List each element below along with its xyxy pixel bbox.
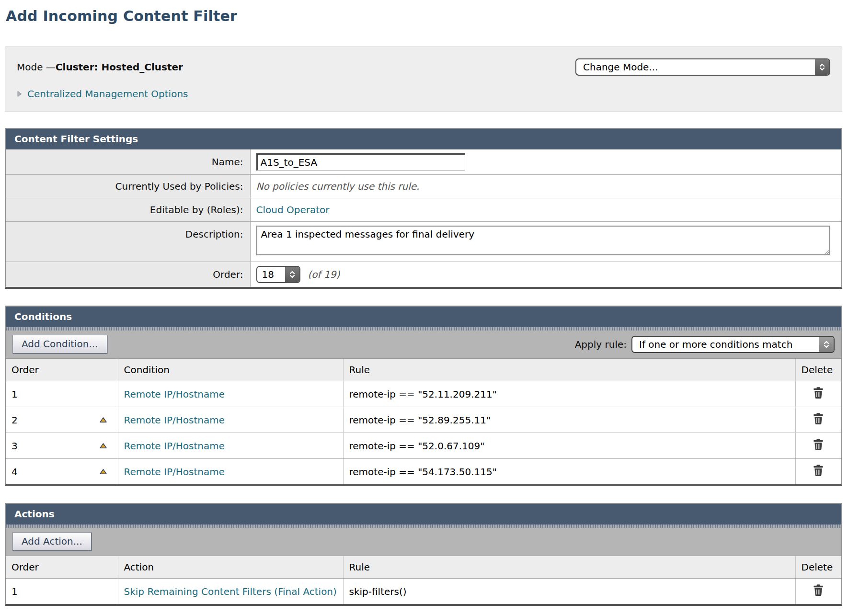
- conditions-toolbar: Add Condition... Apply rule: If one or m…: [6, 331, 841, 359]
- col-header-order: Order: [6, 556, 118, 579]
- mode-text: Mode —Cluster: Hosted_Cluster: [17, 61, 183, 73]
- table-row: Description: Area 1 inspected messages f…: [6, 222, 841, 262]
- name-label: Name:: [6, 149, 250, 175]
- table-row: 1 Skip Remaining Content Filters (Final …: [6, 579, 841, 605]
- change-mode-select[interactable]: Change Mode...: [575, 58, 830, 76]
- name-input[interactable]: [256, 153, 465, 171]
- col-header-condition: Condition: [118, 359, 343, 381]
- col-header-rule: Rule: [343, 359, 795, 381]
- condition-order: 4: [11, 466, 18, 478]
- trash-icon[interactable]: [813, 438, 824, 451]
- condition-link[interactable]: Remote IP/Hostname: [124, 414, 225, 426]
- table-row: 1 Remote IP/Hostname remote-ip == "52.11…: [6, 381, 841, 407]
- up-down-chevrons-icon: [285, 267, 299, 282]
- trash-icon[interactable]: [813, 584, 824, 596]
- change-mode-select-value: Change Mode...: [576, 59, 815, 75]
- conditions-table: Order Condition Rule Delete 1 Remote IP/…: [6, 359, 841, 484]
- table-row: Currently Used by Policies: No policies …: [6, 175, 841, 198]
- header-texture-band: [6, 327, 841, 331]
- editable-roles-link[interactable]: Cloud Operator: [256, 204, 330, 216]
- col-header-order: Order: [6, 359, 118, 381]
- settings-panel-header: Content Filter Settings: [6, 129, 841, 149]
- order-select[interactable]: 18: [256, 266, 300, 283]
- trash-icon[interactable]: [813, 464, 824, 477]
- conditions-panel-header: Conditions: [6, 307, 841, 327]
- description-textarea[interactable]: Area 1 inspected messages for final deli…: [256, 226, 830, 255]
- table-row: 4 Remote IP/Hostname remote-ip == "54.17…: [6, 459, 841, 485]
- condition-order: 3: [11, 440, 18, 452]
- order-select-value: 18: [257, 267, 285, 282]
- content-filter-settings-panel: Content Filter Settings Name: Currently …: [5, 128, 842, 289]
- condition-link[interactable]: Remote IP/Hostname: [124, 388, 225, 400]
- header-texture-band: [6, 525, 841, 528]
- condition-order: 2: [11, 414, 18, 426]
- up-arrow-icon[interactable]: [99, 417, 107, 423]
- actions-panel-header: Actions: [6, 504, 841, 525]
- action-order: 1: [11, 586, 18, 597]
- col-header-rule: Rule: [343, 556, 795, 579]
- table-row: Order: 18 (of 19): [6, 262, 841, 287]
- order-label: Order:: [6, 262, 250, 287]
- actions-table: Order Action Rule Delete 1 Skip Remainin…: [6, 556, 841, 604]
- mode-value: Cluster: Hosted_Cluster: [56, 61, 183, 73]
- actions-panel: Actions Add Action... Order Action Rule …: [5, 503, 842, 606]
- trash-icon[interactable]: [813, 387, 824, 399]
- condition-rule: remote-ip == "52.89.255.11": [349, 414, 491, 426]
- mode-label: Mode —: [17, 61, 56, 73]
- page: Add Incoming Content Filter Mode —Cluste…: [0, 0, 848, 616]
- table-row: Editable by (Roles): Cloud Operator: [6, 198, 841, 222]
- col-header-delete: Delete: [795, 359, 841, 381]
- table-header-row: Order Action Rule Delete: [6, 556, 841, 579]
- apply-rule-select-value: If one or more conditions match: [632, 337, 819, 352]
- table-row: 2 Remote IP/Hostname remote-ip == "52.89…: [6, 407, 841, 433]
- condition-link[interactable]: Remote IP/Hostname: [124, 440, 225, 452]
- table-row: 3 Remote IP/Hostname remote-ip == "52.0.…: [6, 433, 841, 459]
- page-title: Add Incoming Content Filter: [6, 8, 842, 24]
- conditions-panel: Conditions Add Condition... Apply rule: …: [5, 306, 842, 486]
- apply-rule-label: Apply rule:: [575, 339, 627, 350]
- action-rule: skip-filters(): [349, 586, 407, 597]
- order-total-text: (of 19): [308, 269, 340, 280]
- settings-table: Name: Currently Used by Policies: No pol…: [6, 149, 841, 287]
- up-arrow-icon[interactable]: [99, 468, 107, 475]
- trash-icon[interactable]: [813, 412, 824, 425]
- add-action-button[interactable]: Add Action...: [12, 532, 92, 551]
- action-link[interactable]: Skip Remaining Content Filters (Final Ac…: [124, 586, 337, 597]
- condition-rule: remote-ip == "52.0.67.109": [349, 440, 485, 452]
- policies-value: No policies currently use this rule.: [256, 181, 420, 192]
- description-label: Description:: [6, 222, 250, 262]
- condition-rule: remote-ip == "52.11.209.211": [349, 388, 497, 400]
- table-row: Name:: [6, 149, 841, 175]
- policies-label: Currently Used by Policies:: [6, 175, 250, 198]
- centralized-management-options-link[interactable]: Centralized Management Options: [27, 88, 188, 100]
- table-header-row: Order Condition Rule Delete: [6, 359, 841, 381]
- actions-toolbar: Add Action...: [6, 528, 841, 556]
- right-triangle-icon[interactable]: [17, 91, 22, 97]
- up-arrow-icon[interactable]: [99, 443, 107, 449]
- condition-rule: remote-ip == "54.173.50.115": [349, 466, 497, 478]
- editable-label: Editable by (Roles):: [6, 198, 250, 222]
- condition-order: 1: [11, 388, 18, 400]
- apply-rule-select[interactable]: If one or more conditions match: [631, 336, 835, 353]
- add-condition-button[interactable]: Add Condition...: [12, 335, 107, 354]
- col-header-action: Action: [118, 556, 343, 579]
- mode-panel: Mode —Cluster: Hosted_Cluster Change Mod…: [5, 46, 842, 112]
- up-down-chevrons-icon: [819, 337, 834, 352]
- up-down-chevrons-icon: [815, 59, 829, 75]
- condition-link[interactable]: Remote IP/Hostname: [124, 466, 225, 478]
- col-header-delete: Delete: [795, 556, 841, 579]
